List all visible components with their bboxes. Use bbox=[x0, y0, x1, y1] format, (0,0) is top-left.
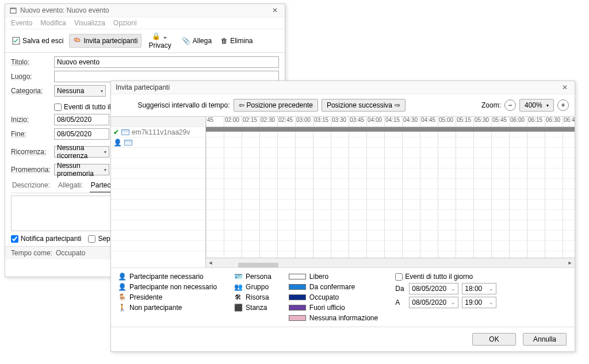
zoom-in-button[interactable]: + bbox=[557, 99, 569, 111]
save-exit-button[interactable]: Salva ed esci bbox=[9, 35, 67, 47]
next-slot-button[interactable]: Posizione successiva ⇨ bbox=[322, 99, 406, 112]
attendee-row-empty[interactable] bbox=[111, 210, 205, 220]
attendee-row[interactable]: 👤 bbox=[111, 137, 205, 148]
close-icon[interactable]: ✕ bbox=[560, 83, 570, 91]
time-header: 4502:0002:1502:3002:4503:0003:1503:3003:… bbox=[206, 117, 575, 127]
zoom-select[interactable]: 400%▾ bbox=[519, 99, 554, 112]
attendee-row-empty[interactable] bbox=[111, 220, 205, 231]
allday-label: Eventi di tutto il giorno bbox=[405, 273, 473, 281]
from-time: 18:00 bbox=[465, 285, 482, 293]
recur-select[interactable]: Nessuna ricorrenza bbox=[54, 146, 109, 158]
prev-label: Posizione precedente bbox=[247, 101, 313, 109]
grid-body[interactable] bbox=[206, 127, 575, 258]
category-value: Nessuna bbox=[57, 87, 84, 95]
attach-button[interactable]: 📎 Allega bbox=[178, 35, 215, 47]
arrow-right-icon: ⇨ bbox=[395, 101, 400, 109]
scroll-left-icon[interactable]: ◄ bbox=[206, 260, 215, 266]
time-tick: 06:30 bbox=[545, 117, 563, 127]
next-label: Posizione successiva bbox=[327, 101, 392, 109]
legend-label: Partecipante necessario bbox=[129, 273, 204, 281]
prev-slot-button[interactable]: ⇦ Posizione precedente bbox=[234, 99, 318, 112]
time-tick: 04:45 bbox=[420, 117, 438, 127]
time-tick: 05:45 bbox=[491, 117, 509, 127]
tab-attachments[interactable]: Allegati: bbox=[57, 180, 84, 193]
attach-label: Allega bbox=[193, 37, 212, 45]
attendee-row-empty[interactable] bbox=[111, 158, 205, 168]
menu-edit[interactable]: Modifica bbox=[40, 19, 66, 27]
to-date-select[interactable]: 08/05/2020 bbox=[409, 297, 458, 308]
to-time-select[interactable]: 19:00 bbox=[462, 297, 496, 308]
notify-checkbox[interactable]: Notifica partecipanti bbox=[11, 235, 81, 243]
time-tick: 06:15 bbox=[527, 117, 545, 127]
attendee-row-empty[interactable] bbox=[111, 231, 205, 241]
status-swatch bbox=[289, 284, 306, 290]
delete-button[interactable]: 🗑 Elimina bbox=[217, 35, 256, 47]
cancel-button[interactable]: Annulla bbox=[523, 333, 567, 346]
invite-button[interactable]: Invita partecipanti bbox=[69, 34, 141, 48]
title-field[interactable] bbox=[54, 56, 279, 68]
person-opt-icon: 👤 bbox=[118, 283, 126, 290]
legend-label: Nessuna informazione bbox=[309, 314, 378, 322]
person-icon: 👤 bbox=[113, 139, 122, 147]
horizontal-scrollbar[interactable]: ◄ ► bbox=[206, 258, 575, 267]
allday-checkbox[interactable]: Eventi di tutto il gi bbox=[54, 103, 118, 111]
card-icon bbox=[124, 140, 132, 145]
from-date-select[interactable]: 08/05/2020 bbox=[409, 283, 458, 294]
start-date-field[interactable] bbox=[54, 114, 109, 125]
from-time-select[interactable]: 18:00 bbox=[462, 283, 496, 294]
toolbar: Salva ed esci Invita partecipanti 🔒 ⌄ Pr… bbox=[5, 29, 285, 53]
time-tick: 03:45 bbox=[349, 117, 366, 127]
legend-label: Libero bbox=[309, 273, 328, 281]
attendee-row-empty[interactable] bbox=[111, 200, 205, 210]
privacy-label: Privacy bbox=[148, 42, 171, 49]
legend-item: ⬛Stanza bbox=[234, 304, 271, 312]
menu-options[interactable]: Opzioni bbox=[113, 19, 137, 27]
legend-label: Presidente bbox=[129, 293, 162, 301]
scroll-thumb[interactable] bbox=[238, 263, 278, 267]
remind-label: Promemoria: bbox=[11, 166, 54, 174]
remind-select[interactable]: Nessun promemoria bbox=[54, 164, 109, 175]
time-tick: 05:15 bbox=[456, 117, 473, 127]
window-title: Nuovo evento: Nuovo evento bbox=[20, 6, 270, 14]
time-tick: 02:30 bbox=[259, 117, 277, 127]
menu-view[interactable]: Visualizza bbox=[74, 19, 105, 27]
attendee-email: em7k111v1naa29v bbox=[132, 128, 190, 136]
card-icon: 🪪 bbox=[234, 273, 242, 280]
attendee-row-empty[interactable] bbox=[111, 148, 205, 158]
location-label: Luogo: bbox=[11, 72, 54, 81]
legend-item: Occupato bbox=[289, 293, 378, 301]
legend-label: Gruppo bbox=[246, 283, 269, 291]
legend-label: Da confermare bbox=[309, 283, 355, 291]
attendee-row-empty[interactable] bbox=[111, 168, 205, 179]
ok-button[interactable]: OK bbox=[472, 333, 516, 346]
privacy-button[interactable]: 🔒 ⌄ Privacy bbox=[144, 32, 175, 50]
legend-roles: 👤Partecipante necessario👤Partecipante no… bbox=[118, 273, 217, 322]
legend-types: 🪪Persona👥Gruppo🛠Risorsa⬛Stanza bbox=[234, 273, 271, 322]
attendee-row-empty[interactable] bbox=[111, 241, 205, 251]
tab-description[interactable]: Descrizione: bbox=[11, 180, 51, 193]
time-grid[interactable]: 4502:0002:1502:3002:4503:0003:1503:3003:… bbox=[206, 117, 575, 267]
lock-icon: 🔒 ⌄ bbox=[152, 33, 168, 40]
scroll-right-icon[interactable]: ► bbox=[565, 260, 575, 266]
res-icon: 🛠 bbox=[234, 294, 242, 301]
allday-checkbox[interactable]: Eventi di tutto il giorno bbox=[395, 273, 496, 281]
category-select[interactable]: Nessuna bbox=[54, 85, 106, 97]
attendee-row[interactable]: ✔ em7k111v1naa29v bbox=[111, 127, 205, 137]
time-tick: 45 bbox=[206, 117, 224, 127]
invite-attendees-dialog: Invita partecipanti ✕ Suggerisci interva… bbox=[110, 81, 575, 352]
time-tick: 05:30 bbox=[473, 117, 491, 127]
calendar-icon bbox=[10, 7, 17, 14]
to-date: 08/05/2020 bbox=[412, 298, 446, 306]
legend-status: LiberoDa confermareOccupatoFuori ufficio… bbox=[289, 273, 378, 322]
status-swatch bbox=[289, 294, 306, 300]
menu-event[interactable]: Evento bbox=[11, 19, 32, 27]
end-date-field[interactable] bbox=[54, 128, 109, 140]
zoom-out-button[interactable]: − bbox=[504, 99, 516, 111]
legend-item: 🪪Persona bbox=[234, 273, 271, 281]
time-tick: 04:30 bbox=[402, 117, 420, 127]
close-icon[interactable]: ✕ bbox=[270, 6, 280, 14]
legend-label: Stanza bbox=[246, 304, 267, 312]
attendee-row-empty[interactable] bbox=[111, 179, 205, 189]
time-tick: 05:00 bbox=[438, 117, 456, 127]
attendee-row-empty[interactable] bbox=[111, 189, 205, 200]
